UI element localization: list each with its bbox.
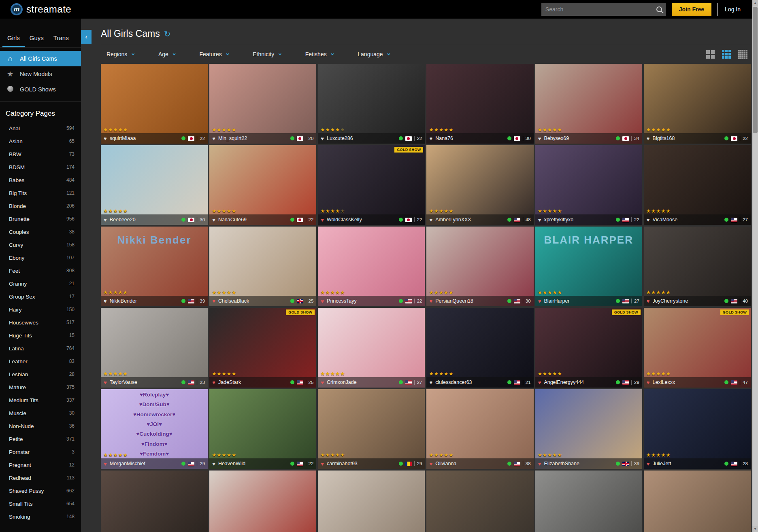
category-item-huge-tits[interactable]: Huge Tits 15 <box>0 329 81 342</box>
favorite-heart-icon[interactable]: ♥ <box>429 461 432 466</box>
filter-ethnicity[interactable]: Ethnicity <box>253 51 283 57</box>
sidebar-item-new-models[interactable]: ★ New Models <box>0 66 81 82</box>
model-tile[interactable]: ★★★★★ ♥ xprettykittyxo 22 <box>535 145 642 225</box>
model-tile[interactable]: ★★★★★ ♥ HeavenWild 22 <box>209 389 316 469</box>
category-item-shaved-pussy[interactable]: Shaved Pussy 662 <box>0 484 81 497</box>
grid-2x2-icon[interactable] <box>706 50 715 59</box>
favorite-heart-icon[interactable]: ♥ <box>429 380 432 385</box>
model-tile[interactable]: ★★★★★ ♥ TaylorVause 23 <box>101 308 208 388</box>
favorite-heart-icon[interactable]: ♥ <box>321 136 324 141</box>
filter-fetishes[interactable]: Fetishes <box>305 51 335 57</box>
favorite-heart-icon[interactable]: ♥ <box>321 380 324 385</box>
favorite-heart-icon[interactable]: ♥ <box>647 461 650 466</box>
category-item-curvy[interactable]: Curvy 158 <box>0 238 81 251</box>
model-tile[interactable]: ♥ <box>209 471 316 532</box>
log-in-button[interactable]: Log In <box>717 3 748 16</box>
model-tile[interactable]: ★★★★★ ♥ Bigtits168 22 <box>644 64 751 144</box>
favorite-heart-icon[interactable]: ♥ <box>104 380 107 385</box>
category-item-bdsm[interactable]: BDSM 174 <box>0 161 81 174</box>
category-item-asian[interactable]: Asian 65 <box>0 135 81 148</box>
sidebar-item-all-girls-cams[interactable]: ⌂ All Girls Cams <box>0 51 81 66</box>
category-item-pregnant[interactable]: Pregnant 12 <box>0 458 81 471</box>
page-scrollbar[interactable]: ▲ ▼ <box>752 0 758 532</box>
model-tile[interactable]: ★★★★★ ♥ ChelseaBlack 25 <box>209 227 316 306</box>
model-tile[interactable]: ♥Roleplay♥♥Dom/Sub♥♥Homewrecker♥♥JOI♥♥Cu… <box>101 389 208 469</box>
favorite-heart-icon[interactable]: ♥ <box>321 299 324 304</box>
favorite-heart-icon[interactable]: ♥ <box>104 461 107 466</box>
category-item-granny[interactable]: Granny 21 <box>0 277 81 290</box>
model-tile[interactable]: ♥ <box>318 471 425 532</box>
model-tile[interactable]: ♥ <box>101 471 208 532</box>
favorite-heart-icon[interactable]: ♥ <box>212 461 215 466</box>
model-tile[interactable]: GOLD SHOW ★★★★★ ♥ AngelEnergyy444 29 <box>535 308 642 388</box>
model-tile[interactable]: ★★★★★ ♥ Bebysex69 34 <box>535 64 642 144</box>
favorite-heart-icon[interactable]: ♥ <box>538 136 541 141</box>
tab-trans[interactable]: Trans <box>49 30 74 47</box>
category-item-latina[interactable]: Latina 764 <box>0 342 81 355</box>
category-item-lesbian[interactable]: Lesbian 28 <box>0 368 81 381</box>
model-tile[interactable]: Nikki Bender ★★★★★ ♥ NikkiBender 39 <box>101 227 208 306</box>
model-tile[interactable]: ♥ <box>426 471 533 532</box>
category-item-blonde[interactable]: Blonde 206 <box>0 199 81 212</box>
category-item-hairy[interactable]: Hairy 150 <box>0 303 81 316</box>
favorite-heart-icon[interactable]: ♥ <box>104 217 107 223</box>
favorite-heart-icon[interactable]: ♥ <box>321 461 324 466</box>
join-free-button[interactable]: Join Free <box>672 3 711 16</box>
model-tile[interactable]: ★★★★★ ♥ squirtMiaaa 22 <box>101 64 208 144</box>
favorite-heart-icon[interactable]: ♥ <box>104 136 107 141</box>
model-tile[interactable]: ★★★★★ ♥ PersianQueen18 30 <box>426 227 533 306</box>
favorite-heart-icon[interactable]: ♥ <box>321 217 324 223</box>
category-item-brunette[interactable]: Brunette 956 <box>0 212 81 225</box>
favorite-heart-icon[interactable]: ♥ <box>647 380 650 385</box>
favorite-heart-icon[interactable]: ♥ <box>212 380 215 385</box>
model-tile[interactable]: ★★★★★ ♥ Beebeee20 30 <box>101 145 208 225</box>
favorite-heart-icon[interactable]: ♥ <box>212 136 215 141</box>
favorite-heart-icon[interactable]: ♥ <box>429 217 432 223</box>
category-item-small-tits[interactable]: Small Tits 654 <box>0 497 81 510</box>
category-item-housewives[interactable]: Housewives 517 <box>0 316 81 329</box>
model-tile[interactable]: ★★★★★ ♥ Olivianna 38 <box>426 389 533 469</box>
scrollbar-up-arrow[interactable]: ▲ <box>752 0 758 6</box>
tab-guys[interactable]: Guys <box>25 30 49 47</box>
category-item-anal[interactable]: Anal 594 <box>0 122 81 135</box>
category-item-non-nude[interactable]: Non-Nude 36 <box>0 420 81 432</box>
model-tile[interactable]: ★★★★★ ♥ clulessdancer63 21 <box>426 308 533 388</box>
category-item-couples[interactable]: Couples 38 <box>0 225 81 238</box>
model-tile[interactable]: ★★★★★ ♥ PrincessTayy 22 <box>318 227 425 306</box>
filter-features[interactable]: Features <box>199 51 230 57</box>
category-item-group-sex[interactable]: Group Sex 17 <box>0 290 81 303</box>
category-item-ebony[interactable]: Ebony 107 <box>0 251 81 264</box>
model-tile[interactable]: ★★★★★ ♥ Nana76 30 <box>426 64 533 144</box>
search-box[interactable] <box>541 3 666 16</box>
favorite-heart-icon[interactable]: ♥ <box>538 461 541 466</box>
brand-logo[interactable]: m streamate <box>11 3 71 15</box>
category-item-pornstar[interactable]: Pornstar 3 <box>0 445 81 458</box>
category-item-smoking[interactable]: Smoking 148 <box>0 510 81 523</box>
favorite-heart-icon[interactable]: ♥ <box>429 299 432 304</box>
category-item-feet[interactable]: Feet 808 <box>0 264 81 277</box>
filter-age[interactable]: Age <box>158 51 177 57</box>
filter-regions[interactable]: Regions <box>106 51 136 57</box>
model-tile[interactable]: ★★★★★ ♥ VicaMoose 27 <box>644 145 751 225</box>
model-tile[interactable]: ♥ <box>644 471 751 532</box>
category-item-leather[interactable]: Leather 83 <box>0 355 81 368</box>
category-item-big-tits[interactable]: Big Tits 121 <box>0 187 81 199</box>
favorite-heart-icon[interactable]: ♥ <box>429 136 432 141</box>
favorite-heart-icon[interactable]: ♥ <box>647 217 650 223</box>
favorite-heart-icon[interactable]: ♥ <box>538 217 541 223</box>
favorite-heart-icon[interactable]: ♥ <box>104 299 107 304</box>
refresh-icon[interactable]: ↻ <box>164 29 171 39</box>
scrollbar-thumb[interactable] <box>753 7 758 133</box>
tab-girls[interactable]: Girls <box>2 30 25 47</box>
search-input[interactable] <box>545 6 656 13</box>
category-item-babes[interactable]: Babes 484 <box>0 174 81 187</box>
model-tile[interactable]: GOLD SHOW ★★★★★ ♥ JadeStark 25 <box>209 308 316 388</box>
model-tile[interactable]: ♥ <box>535 471 642 532</box>
grid-4x4-icon[interactable] <box>738 50 747 59</box>
model-tile[interactable]: ★★★★★ ♥ ElizabethShane 39 <box>535 389 642 469</box>
category-item-bbw[interactable]: BBW 73 <box>0 148 81 161</box>
category-item-medium-tits[interactable]: Medium Tits 337 <box>0 394 81 407</box>
grid-3x3-icon[interactable] <box>722 50 731 59</box>
favorite-heart-icon[interactable]: ♥ <box>212 217 215 223</box>
category-item-redhead[interactable]: Redhead 113 <box>0 471 81 484</box>
